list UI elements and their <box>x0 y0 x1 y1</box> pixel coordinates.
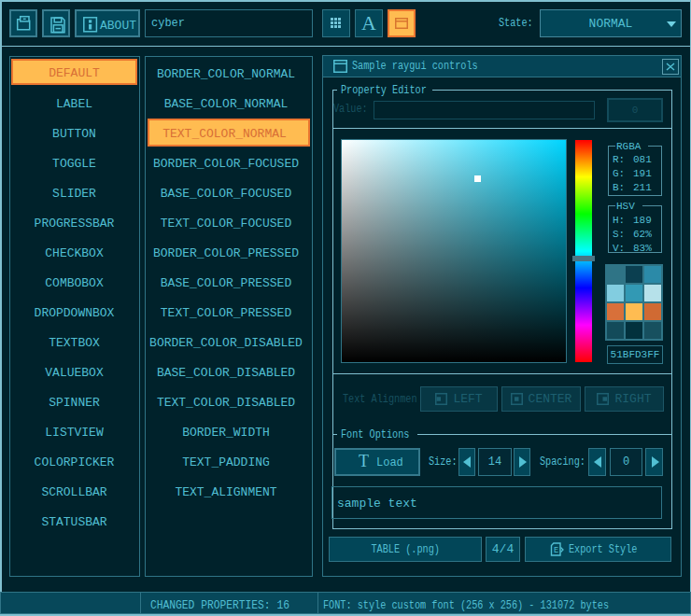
svg-text:E: E <box>554 546 558 555</box>
